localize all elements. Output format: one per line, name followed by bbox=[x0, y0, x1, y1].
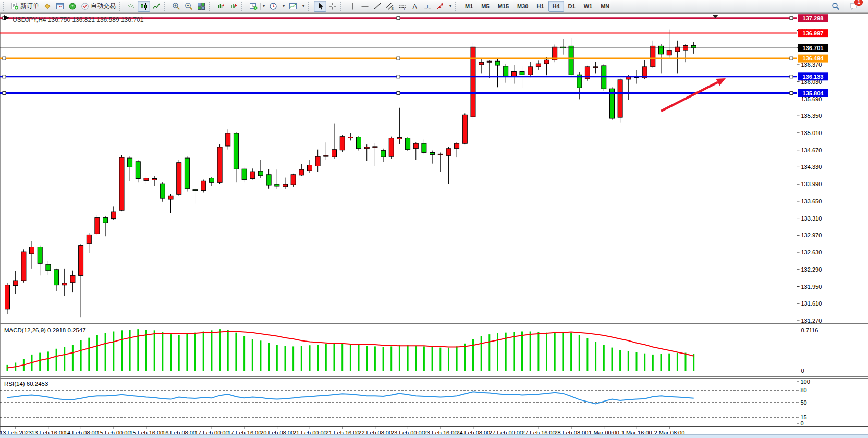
tf-m15-label: M15 bbox=[496, 3, 511, 9]
svg-text:0.7116: 0.7116 bbox=[801, 327, 818, 333]
tf-m5-label: M5 bbox=[479, 3, 491, 9]
zoom-in-button[interactable] bbox=[170, 1, 182, 12]
zoom-out-button[interactable] bbox=[182, 1, 195, 12]
toolbar-grip-zoom bbox=[164, 2, 167, 11]
line-handle bbox=[790, 57, 793, 60]
svg-text:132.970: 132.970 bbox=[801, 232, 822, 238]
period-selector-button[interactable]: ▾ bbox=[267, 1, 287, 12]
zoom-out-icon bbox=[185, 2, 193, 10]
svg-text:100: 100 bbox=[801, 379, 810, 385]
tf-d1-button[interactable]: D1 bbox=[564, 1, 580, 12]
auto-trading-button[interactable]: 自动交易 bbox=[79, 1, 118, 12]
svg-text:A: A bbox=[413, 3, 418, 10]
chart-candles-icon bbox=[140, 2, 148, 10]
svg-text:80: 80 bbox=[801, 387, 807, 393]
label-tool-button[interactable]: T bbox=[421, 1, 434, 12]
svg-text:136.370: 136.370 bbox=[801, 62, 822, 68]
svg-text:E: E bbox=[392, 7, 394, 10]
chart-window-button[interactable] bbox=[54, 1, 66, 12]
auto-trading-label: 自动交易 bbox=[91, 2, 116, 10]
cursor-icon bbox=[316, 2, 324, 10]
svg-text:133.650: 133.650 bbox=[801, 198, 822, 204]
tf-m5-button[interactable]: M5 bbox=[477, 1, 493, 12]
line-handle bbox=[397, 57, 400, 60]
chart-title: USDJPY,H4 136.750 136.821 136.589 136.70… bbox=[13, 16, 144, 23]
line-handle bbox=[3, 57, 6, 60]
crosshair-icon bbox=[328, 2, 337, 10]
candle-chart-mode-button[interactable] bbox=[138, 1, 150, 12]
tf-m30-button[interactable]: M30 bbox=[513, 1, 532, 12]
new-chart-button[interactable]: ▾ bbox=[247, 1, 267, 12]
svg-text:132.290: 132.290 bbox=[801, 266, 822, 273]
chart-shift-button[interactable] bbox=[227, 1, 240, 12]
vertical-line-tool-button[interactable] bbox=[346, 1, 359, 12]
templates-button[interactable]: ▾ bbox=[287, 1, 307, 12]
svg-text:135.350: 135.350 bbox=[801, 113, 822, 119]
new-order-button[interactable]: 新订单 bbox=[8, 1, 41, 12]
svg-text:135.804: 135.804 bbox=[803, 90, 824, 96]
zoom-in-icon bbox=[172, 2, 180, 10]
clock-icon bbox=[269, 2, 277, 10]
tf-h1-label: H1 bbox=[534, 3, 546, 9]
tile-windows-button[interactable] bbox=[195, 1, 207, 12]
market-watch-button[interactable] bbox=[66, 1, 79, 12]
channel-tool-button[interactable]: E bbox=[384, 1, 396, 12]
dropdown-arrow-icon: ▾ bbox=[449, 4, 451, 8]
new-order-label: 新订单 bbox=[20, 2, 39, 10]
svg-text:F: F bbox=[404, 7, 406, 10]
tf-h1-button[interactable]: H1 bbox=[532, 1, 548, 12]
toolbar-grip-trade bbox=[3, 2, 6, 11]
line-chart-mode-button[interactable] bbox=[150, 1, 163, 12]
gold-diamond-icon bbox=[43, 2, 52, 10]
line-handle bbox=[790, 75, 793, 78]
tf-h4-button[interactable]: H4 bbox=[548, 1, 564, 12]
crosshair-tool-button[interactable] bbox=[326, 1, 339, 12]
line-handle bbox=[397, 75, 400, 78]
shift-start-icon bbox=[217, 2, 225, 10]
tf-mn-button[interactable]: MN bbox=[596, 1, 614, 12]
rsi-label: RSI(14) 60.2453 bbox=[4, 381, 48, 387]
dropdown-arrow-icon: ▾ bbox=[302, 4, 304, 8]
auto-scroll-button[interactable] bbox=[215, 1, 227, 12]
template-icon bbox=[289, 2, 297, 10]
toolbar-grip-shift bbox=[209, 2, 212, 11]
toolbar-grip-objects bbox=[340, 2, 344, 11]
dropdown-arrow-icon: ▾ bbox=[263, 4, 265, 8]
toolbar: 新订单自动交易▾▾▾EFAT▾M1M5M15M30H1H4D1W1MN1 bbox=[0, 0, 868, 13]
tf-d1-label: D1 bbox=[566, 3, 578, 9]
svg-text:136.494: 136.494 bbox=[803, 55, 824, 62]
dropdown-arrow-icon: ▾ bbox=[283, 4, 285, 8]
chart-panel[interactable]: USDJPY,H4 136.750 136.821 136.589 136.70… bbox=[0, 13, 868, 438]
shift-end-icon bbox=[229, 2, 238, 10]
tf-m15-button[interactable]: M15 bbox=[494, 1, 513, 12]
svg-text:134.670: 134.670 bbox=[801, 147, 822, 153]
chart-bars-icon bbox=[127, 2, 136, 10]
fibonacci-tool-button[interactable]: F bbox=[396, 1, 409, 12]
tf-w1-label: W1 bbox=[582, 3, 595, 9]
arrows-tool-button[interactable]: ▾ bbox=[434, 1, 454, 12]
trendline-icon bbox=[373, 2, 382, 10]
chart-line-icon bbox=[152, 2, 161, 10]
line-handle bbox=[397, 92, 400, 95]
notifications-button[interactable]: 1 bbox=[847, 1, 860, 12]
status-bar bbox=[0, 435, 868, 438]
text-tool-button[interactable]: A bbox=[409, 1, 421, 12]
trendline-tool-button[interactable] bbox=[371, 1, 384, 12]
svg-text:131.950: 131.950 bbox=[801, 284, 822, 290]
toolbar-grip-timeframes bbox=[455, 2, 458, 11]
search-button[interactable] bbox=[829, 1, 842, 12]
bar-chart-mode-button[interactable] bbox=[125, 1, 138, 12]
usdjpy-h4-chart[interactable]: USDJPY,H4 136.750 136.821 136.589 136.70… bbox=[0, 13, 868, 438]
tf-h4-label: H4 bbox=[551, 3, 562, 9]
svg-text:136.997: 136.997 bbox=[803, 30, 824, 36]
horizontal-line-tool-button[interactable] bbox=[359, 1, 371, 12]
line-handle bbox=[790, 17, 793, 20]
toolbar-grip-cursor bbox=[308, 2, 311, 11]
tf-m1-label: M1 bbox=[463, 3, 475, 9]
tf-w1-button[interactable]: W1 bbox=[580, 1, 597, 12]
tf-m1-button[interactable]: M1 bbox=[461, 1, 477, 12]
svg-text:0: 0 bbox=[801, 420, 804, 427]
profiles-button[interactable] bbox=[41, 1, 54, 12]
cursor-tool-button[interactable] bbox=[314, 1, 326, 12]
svg-text:133.310: 133.310 bbox=[801, 215, 822, 222]
